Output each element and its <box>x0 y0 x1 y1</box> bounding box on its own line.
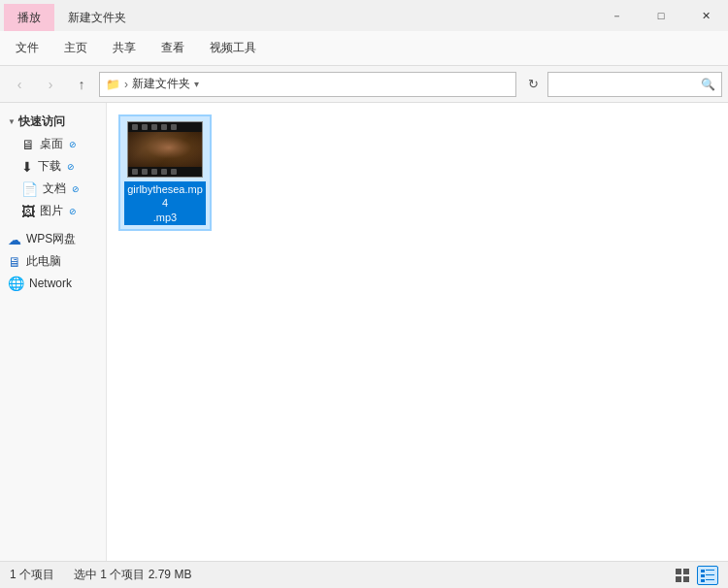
film-hole <box>161 124 167 130</box>
selected-info: 选中 1 个项目 2.79 MB <box>74 567 191 583</box>
tab-playback[interactable]: 播放 <box>4 4 54 31</box>
sidebar-this-pc-label: 此电脑 <box>26 253 61 270</box>
svg-rect-6 <box>701 574 705 577</box>
title-tabs: 播放 新建文件夹 <box>0 0 594 31</box>
film-hole <box>151 124 157 130</box>
film-hole <box>151 169 157 175</box>
sidebar-item-documents[interactable]: 📄 文档 ⊘ <box>0 178 106 200</box>
maximize-button[interactable]: □ <box>639 0 683 31</box>
tab-new-folder[interactable]: 新建文件夹 <box>54 4 140 31</box>
sidebar-network-label: Network <box>29 277 72 290</box>
sidebar-documents-label: 文档 <box>43 180 66 197</box>
refresh-button[interactable]: ↻ <box>520 72 546 97</box>
film-hole <box>171 124 177 130</box>
file-label: girlbythesea.mp4 .mp3 <box>124 181 206 225</box>
svg-rect-2 <box>676 576 681 582</box>
ribbon-tab-file[interactable]: 文件 <box>4 34 50 62</box>
ribbon-tab-video-tools[interactable]: 视频工具 <box>198 34 268 62</box>
file-thumbnail <box>126 120 204 179</box>
file-name-line1: girlbythesea.mp4 <box>127 182 203 211</box>
downloads-icon: ⬇ <box>21 159 33 175</box>
list-item[interactable]: girlbythesea.mp4 .mp3 <box>118 114 212 231</box>
view-controls <box>672 566 718 585</box>
ribbon: 文件 主页 共享 查看 视频工具 <box>0 31 728 66</box>
quick-access-label: 快速访问 <box>18 114 65 130</box>
wps-icon: ☁ <box>8 232 21 247</box>
file-name-line2: .mp3 <box>127 211 203 224</box>
file-area[interactable]: girlbythesea.mp4 .mp3 <box>107 103 728 561</box>
network-icon: 🌐 <box>8 276 24 291</box>
main-content: ▼ 快速访问 🖥 桌面 ⊘ ⬇ 下载 ⊘ 📄 文档 ⊘ 🖼 图片 ⊘ ☁ WPS… <box>0 103 728 561</box>
desktop-icon: 🖥 <box>21 137 35 152</box>
sidebar-item-pictures[interactable]: 🖼 图片 ⊘ <box>0 200 106 222</box>
film-hole <box>142 169 148 175</box>
svg-rect-5 <box>706 570 714 571</box>
address-path[interactable]: 📁 › 新建文件夹 ▾ <box>99 72 516 97</box>
status-bar: 1 个项目 选中 1 个项目 2.79 MB <box>0 561 728 588</box>
address-chevron-icon[interactable]: ▾ <box>194 79 199 89</box>
breadcrumb-arrow: › <box>124 78 128 91</box>
film-hole <box>171 169 177 175</box>
ribbon-tab-view[interactable]: 查看 <box>149 34 196 62</box>
this-pc-icon: 🖥 <box>8 254 21 270</box>
thumbnail-view-icon <box>676 569 689 582</box>
up-button[interactable]: ↑ <box>68 72 95 97</box>
svg-rect-3 <box>683 576 689 582</box>
forward-button[interactable]: › <box>37 72 64 97</box>
sidebar-item-downloads[interactable]: ⬇ 下载 ⊘ <box>0 155 106 178</box>
sidebar-downloads-label: 下载 <box>38 158 61 175</box>
pin-icon-documents: ⊘ <box>72 184 80 194</box>
pin-icon-pictures: ⊘ <box>69 207 77 216</box>
film-hole <box>161 169 167 175</box>
svg-rect-4 <box>701 570 705 572</box>
folder-icon: 📁 <box>106 78 120 91</box>
svg-rect-7 <box>706 574 714 575</box>
video-thumb <box>127 121 203 178</box>
status-left: 1 个项目 选中 1 个项目 2.79 MB <box>10 567 191 583</box>
sidebar-item-wps[interactable]: ☁ WPS网盘 <box>0 228 106 250</box>
thumbnail-view-button[interactable] <box>672 566 693 585</box>
svg-rect-1 <box>683 569 689 574</box>
item-count: 1 个项目 <box>10 567 54 583</box>
film-hole <box>132 169 138 175</box>
back-button[interactable]: ‹ <box>6 72 33 97</box>
pin-icon-downloads: ⊘ <box>67 162 75 172</box>
film-hole <box>142 124 148 130</box>
svg-rect-0 <box>676 569 681 574</box>
ribbon-tab-home[interactable]: 主页 <box>52 34 99 62</box>
film-strip-top <box>128 122 202 132</box>
search-input[interactable] <box>554 78 701 91</box>
pin-icon-desktop: ⊘ <box>69 140 77 149</box>
sidebar-item-network[interactable]: 🌐 Network <box>0 273 106 294</box>
window-controls: － □ ✕ <box>594 0 728 31</box>
sidebar-wps-label: WPS网盘 <box>26 231 76 247</box>
sidebar-item-this-pc[interactable]: 🖥 此电脑 <box>0 250 106 273</box>
address-right: ↻ 🔍 <box>520 72 722 97</box>
detail-view-button[interactable] <box>697 566 718 585</box>
film-hole <box>132 124 138 130</box>
quick-access-arrow: ▼ <box>8 117 16 126</box>
sidebar-quick-access[interactable]: ▼ 快速访问 <box>0 111 106 133</box>
title-bar: 播放 新建文件夹 － □ ✕ <box>0 0 728 31</box>
sidebar-item-desktop[interactable]: 🖥 桌面 ⊘ <box>0 133 106 155</box>
video-overlay <box>128 132 202 167</box>
search-box[interactable]: 🔍 <box>547 72 722 97</box>
sidebar-desktop-label: 桌面 <box>40 136 63 152</box>
search-icon: 🔍 <box>701 78 715 91</box>
svg-rect-9 <box>706 579 714 580</box>
ribbon-tab-share[interactable]: 共享 <box>101 34 148 62</box>
video-content <box>128 132 202 167</box>
sidebar-pictures-label: 图片 <box>40 203 63 219</box>
detail-view-icon <box>701 569 714 582</box>
minimize-button[interactable]: － <box>594 0 639 31</box>
close-button[interactable]: ✕ <box>683 0 728 31</box>
current-folder-label: 新建文件夹 <box>132 76 190 92</box>
pictures-icon: 🖼 <box>21 204 35 219</box>
address-bar: ‹ › ↑ 📁 › 新建文件夹 ▾ ↻ 🔍 <box>0 66 728 103</box>
sidebar: ▼ 快速访问 🖥 桌面 ⊘ ⬇ 下载 ⊘ 📄 文档 ⊘ 🖼 图片 ⊘ ☁ WPS… <box>0 103 107 561</box>
svg-rect-8 <box>701 579 705 582</box>
documents-icon: 📄 <box>21 181 38 197</box>
film-strip-bottom <box>128 167 202 177</box>
